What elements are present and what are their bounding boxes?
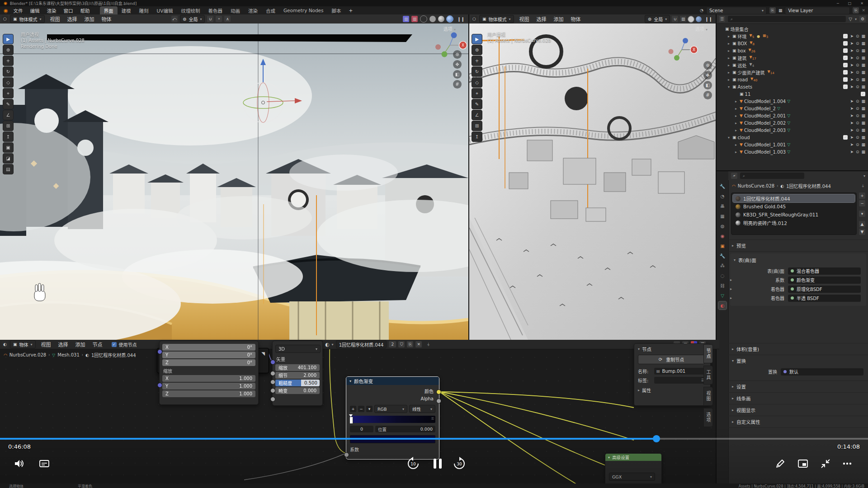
editor-type-icon[interactable]: ⬡ bbox=[2, 16, 8, 22]
object-tab[interactable]: ▣ bbox=[718, 242, 726, 250]
node-value-slider[interactable]: Z1.000 bbox=[162, 390, 255, 397]
exclude-checkbox[interactable]: ✓ bbox=[843, 135, 848, 140]
bevel-tool[interactable]: ◪ bbox=[3, 153, 14, 164]
workspace-tab[interactable]: 合成 bbox=[262, 6, 279, 15]
selectable-icon[interactable]: ➤ bbox=[850, 150, 854, 154]
stop-position-field[interactable]: 位置 0.000 bbox=[375, 426, 435, 432]
vector-socket[interactable] bbox=[157, 349, 162, 354]
view-layer-selector[interactable]: View Layer bbox=[785, 7, 850, 14]
outliner-item-label[interactable]: 建筑 bbox=[738, 55, 747, 61]
options-dropdown-left[interactable]: 选项 ▾ bbox=[443, 25, 456, 32]
node-value-slider[interactable]: X1.000 bbox=[162, 375, 255, 382]
hide-eye-icon[interactable]: ⊙ bbox=[856, 56, 859, 60]
hide-eye-icon[interactable]: ⊙ bbox=[856, 70, 859, 75]
node-value-slider[interactable]: 畸变0.000 bbox=[275, 387, 320, 394]
material-slot[interactable]: KB3D_SFR_SteelRoughGray.011 bbox=[733, 211, 855, 219]
node-value-slider[interactable]: Z0° bbox=[162, 359, 255, 366]
more-button[interactable] bbox=[841, 457, 854, 470]
menu-选择[interactable]: 选择 bbox=[55, 340, 72, 349]
sidebar-tab-工具[interactable]: 工具 bbox=[703, 366, 713, 385]
outliner-item-label[interactable]: CloudModel_1.004 bbox=[744, 99, 786, 104]
input-socket[interactable] bbox=[270, 388, 275, 393]
captions-button[interactable] bbox=[38, 457, 51, 470]
scene-selector[interactable]: Scene▾ bbox=[706, 7, 767, 14]
forward-30-button[interactable]: 30 bbox=[452, 456, 467, 471]
extrude-tool[interactable]: ↥ bbox=[3, 131, 14, 142]
expand-icon[interactable]: ▸ bbox=[734, 143, 738, 147]
exclude-checkbox[interactable]: ✓ bbox=[843, 34, 848, 38]
mode-dropdown-left[interactable]: ▣ 物体模式▾ bbox=[10, 15, 45, 23]
alpha-output-socket[interactable] bbox=[436, 399, 441, 404]
slot-move-up-button[interactable]: ▲ bbox=[859, 221, 865, 227]
scene-tab[interactable]: ◍ bbox=[718, 222, 726, 230]
menu-选择[interactable]: 选择 bbox=[533, 14, 550, 23]
cursor-tool[interactable]: ⊕ bbox=[3, 45, 14, 55]
add-slot-button[interactable]: + bbox=[859, 192, 865, 199]
volume-button[interactable] bbox=[13, 457, 25, 470]
node-value-slider[interactable]: 粗糙度0.500 bbox=[275, 380, 320, 386]
outliner-row[interactable]: ▸▣road▼40✓➤⊙▦ bbox=[717, 76, 867, 83]
expand-icon[interactable]: ▸ bbox=[726, 34, 731, 38]
pivot-icon[interactable]: ⤺ bbox=[171, 16, 178, 22]
workspace-tab[interactable]: 雕刻 bbox=[135, 6, 153, 15]
menu-添加[interactable]: 添加 bbox=[550, 14, 567, 23]
add-workspace-button[interactable]: + bbox=[345, 7, 357, 14]
node-value-slider[interactable]: 缩放401.100 bbox=[275, 364, 320, 371]
menu-帮助[interactable]: 帮助 bbox=[77, 6, 94, 15]
exclude-checkbox[interactable]: ✓ bbox=[843, 77, 848, 82]
color-mode-dropdown[interactable]: RGB▾ bbox=[374, 405, 407, 413]
outliner-row[interactable]: ▸▣建筑▼17✓➤⊙▦ bbox=[717, 54, 867, 61]
expand-icon[interactable]: ▸ bbox=[726, 56, 731, 60]
material-browse-icon[interactable]: ◐ bbox=[325, 342, 330, 347]
vector-input-socket[interactable] bbox=[270, 360, 275, 365]
overlays-toggle-icon[interactable]: ▥ bbox=[411, 16, 418, 22]
selectable-icon[interactable]: ➤ bbox=[850, 142, 854, 147]
shading-material-button[interactable] bbox=[438, 16, 444, 22]
vector-socket[interactable] bbox=[157, 383, 162, 388]
options-dropdown-right[interactable]: 选项 ▾ bbox=[695, 25, 708, 32]
properties-search-input[interactable]: ⌕ bbox=[740, 173, 804, 179]
constraints-tab[interactable]: ⛓ bbox=[718, 282, 726, 290]
selectable-icon[interactable]: ➤ bbox=[850, 34, 854, 38]
hide-eye-icon[interactable]: ⊙ bbox=[856, 113, 859, 118]
menu-添加[interactable]: 添加 bbox=[72, 340, 89, 349]
outliner-row[interactable]: ▸▼CloudModel_2.003▽➤⊙▦ bbox=[717, 127, 867, 134]
menu-编辑[interactable]: 编辑 bbox=[27, 6, 43, 15]
menu-物体[interactable]: 物体 bbox=[567, 14, 585, 23]
menu-选择[interactable]: 选择 bbox=[64, 14, 81, 23]
hide-eye-icon[interactable]: ⊙ bbox=[856, 48, 859, 53]
transform-tool[interactable]: ⌖ bbox=[472, 88, 482, 99]
orientation-dropdown-right[interactable]: ◍全局▾ bbox=[645, 15, 670, 23]
selectable-icon[interactable]: ➤ bbox=[850, 106, 854, 111]
workspace-tab[interactable]: 动画 bbox=[226, 6, 244, 15]
shader-type-dropdown[interactable]: ▣物体▾ bbox=[10, 340, 36, 348]
menu-视图[interactable]: 视图 bbox=[516, 14, 533, 23]
selectable-icon[interactable]: ➤ bbox=[850, 99, 854, 103]
workspace-tab[interactable]: 着色器 bbox=[204, 6, 226, 15]
sidebar-tab-选项[interactable]: 选项 bbox=[703, 408, 713, 427]
hide-eye-icon[interactable]: ⊙ bbox=[856, 77, 859, 82]
annotate-tool[interactable]: ✎ bbox=[472, 99, 482, 109]
render-camera-icon[interactable]: ▦ bbox=[861, 48, 865, 53]
pin-icon[interactable]: ⍭ bbox=[862, 183, 864, 189]
node-label-field[interactable]: ☰ bbox=[654, 377, 707, 384]
outliner-row[interactable]: ▸▼CloudModel_1.004▽➤⊙▦ bbox=[717, 98, 867, 105]
select-box-tool[interactable]: ▶ bbox=[472, 34, 482, 44]
viewlayer-copy-button[interactable]: ⎘ bbox=[853, 7, 859, 14]
proportional-falloff-icon[interactable]: ∧ bbox=[224, 16, 231, 22]
workspace-tab[interactable]: 建模 bbox=[118, 6, 135, 15]
outliner-item-label[interactable]: CloudModel_2.003 bbox=[744, 128, 786, 133]
ggx-dropdown[interactable]: GGX▾ bbox=[609, 473, 655, 481]
selectable-icon[interactable]: ➤ bbox=[850, 84, 854, 89]
render-camera-icon[interactable]: ▦ bbox=[861, 113, 865, 118]
menu-添加[interactable]: 添加 bbox=[81, 14, 98, 23]
exclude-checkbox[interactable]: ✓ bbox=[843, 70, 848, 75]
stop-index-field[interactable]: 0 bbox=[350, 426, 373, 432]
exclude-checkbox[interactable]: ✓ bbox=[843, 84, 848, 89]
hide-eye-icon[interactable]: ⊙ bbox=[856, 106, 859, 111]
measure-tool[interactable]: ∠ bbox=[3, 110, 14, 120]
pause-button[interactable] bbox=[429, 455, 446, 472]
render-camera-icon[interactable]: ▦ bbox=[861, 34, 865, 38]
add-cube-tool[interactable]: ⊞ bbox=[472, 121, 482, 131]
expand-icon[interactable]: ▸ bbox=[734, 150, 738, 154]
